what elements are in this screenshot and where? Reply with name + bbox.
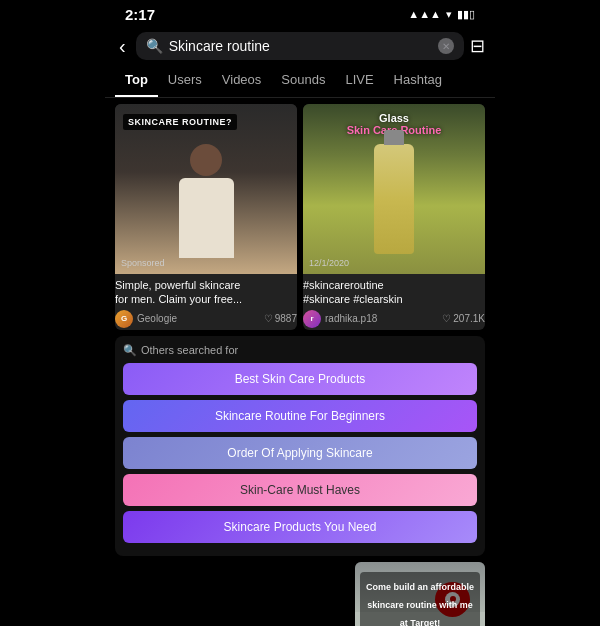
man-figure [166,144,246,274]
suggestions-title: Others searched for [141,344,238,356]
bottom-left-spacer [115,562,349,626]
search-bar-row: ‹ 🔍 Skincare routine ✕ ⊟ [105,28,495,64]
left-author-name: Geologie [137,313,177,324]
suggestions-panel: 🔍 Others searched for Best Skin Care Pro… [115,336,485,556]
back-button[interactable]: ‹ [115,35,130,58]
tab-sounds[interactable]: Sounds [271,64,335,97]
tab-hashtags[interactable]: Hashtag [384,64,452,97]
heart-icon: ♡ [264,313,273,324]
tab-videos[interactable]: Videos [212,64,272,97]
left-video-card[interactable]: SKINCARE ROUTINE? Sponsored Simple, powe… [115,104,297,330]
content-area: SKINCARE ROUTINE? Sponsored Simple, powe… [105,98,495,626]
filter-button[interactable]: ⊟ [470,35,485,57]
target-overlay-text: Come build an affordable skincare routin… [366,582,474,626]
skincare-label: SKINCARE ROUTINE? [123,114,237,130]
search-small-icon: 🔍 [123,344,137,357]
search-text: Skincare routine [169,38,432,54]
right-video-thumb: Glass Skin Care Routine 12/1/2020 [303,104,485,274]
status-icons: ▲▲▲ ▾ ▮▮▯ [408,8,475,21]
search-clear-button[interactable]: ✕ [438,38,454,54]
suggestion-order-applying[interactable]: Order Of Applying Skincare [123,437,477,469]
tab-live[interactable]: LIVE [335,64,383,97]
bottom-right-video[interactable]: Come build an affordable skincare routin… [355,562,485,626]
left-author-avatar: G [115,310,133,328]
left-video-thumb: SKINCARE ROUTINE? Sponsored [115,104,297,274]
left-heart-count: ♡ 9887 [264,313,297,324]
left-video-desc: Simple, powerful skincare for men. Claim… [115,278,297,307]
top-videos-row: SKINCARE ROUTINE? Sponsored Simple, powe… [115,104,485,330]
battery-icon: ▮▮▯ [457,8,475,21]
tab-top[interactable]: Top [115,64,158,97]
right-video-tags: #skincareroutine #skincare #clearskin [303,278,485,307]
search-icon: 🔍 [146,38,163,54]
right-video-meta: #skincareroutine #skincare #clearskin r … [303,274,485,330]
tab-users[interactable]: Users [158,64,212,97]
search-input-wrap[interactable]: 🔍 Skincare routine ✕ [136,32,464,60]
signal-icon: ▲▲▲ [408,8,441,20]
man-body [179,178,234,258]
target-text-overlay: Come build an affordable skincare routin… [360,572,480,626]
suggestion-best-skincare[interactable]: Best Skin Care Products [123,363,477,395]
bottle-shape [374,144,414,254]
status-time: 2:17 [125,6,155,23]
right-author-name: radhika.p18 [325,313,377,324]
right-heart-count: ♡ 207.1K [442,313,485,324]
tabs-row: Top Users Videos Sounds LIVE Hashtag [105,64,495,98]
suggestion-products-you-need[interactable]: Skincare Products You Need [123,511,477,543]
right-author-avatar: r [303,310,321,328]
glass-title: Glass [303,112,485,124]
suggestion-routine-beginners[interactable]: Skincare Routine For Beginners [123,400,477,432]
right-date-label: 12/1/2020 [309,258,349,268]
suggestions-header: 🔍 Others searched for [123,344,477,357]
wifi-icon: ▾ [446,8,452,21]
right-video-card[interactable]: Glass Skin Care Routine 12/1/2020 #skinc… [303,104,485,330]
sponsored-label: Sponsored [121,258,165,268]
bottle-cap [384,130,404,145]
right-video-author-row: r radhika.p18 ♡ 207.1K [303,310,485,328]
heart-icon-right: ♡ [442,313,451,324]
suggestion-must-haves[interactable]: Skin-Care Must Haves [123,474,477,506]
left-video-author-row: G Geologie ♡ 9887 [115,310,297,328]
man-head [190,144,222,176]
bottom-row: Come build an affordable skincare routin… [115,562,485,626]
left-video-meta: Simple, powerful skincare for men. Claim… [115,274,297,330]
status-bar: 2:17 ▲▲▲ ▾ ▮▮▯ [105,0,495,28]
bottom-right-thumb: Come build an affordable skincare routin… [355,562,485,626]
